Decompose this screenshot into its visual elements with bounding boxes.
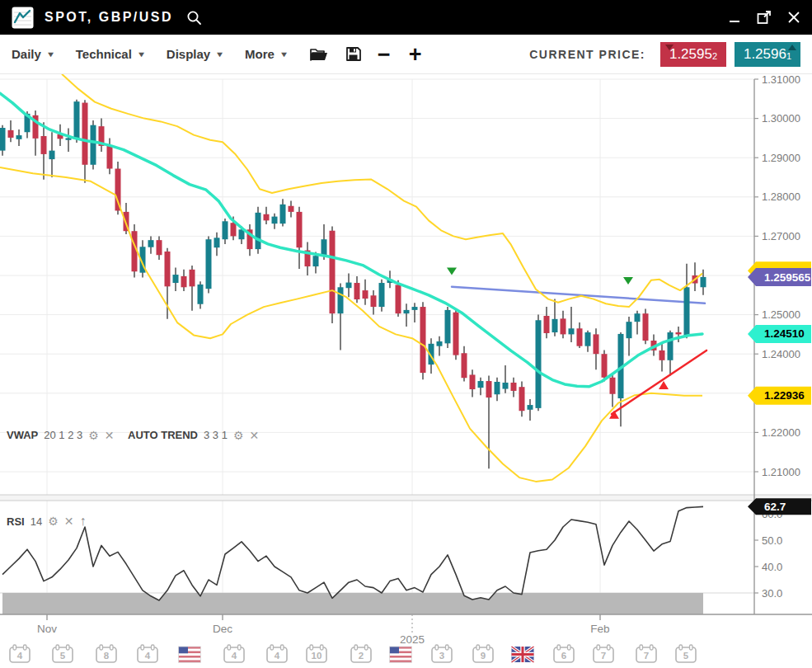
current-price-label: CURRENT PRICE: xyxy=(529,48,645,61)
chevron-down-icon: ▼ xyxy=(279,50,289,59)
rsi-params: 14 xyxy=(31,515,42,528)
price-axis-tick-label: 1.25000 xyxy=(762,308,800,321)
event-calendar-row[interactable]: 458444102396775 xyxy=(10,645,696,662)
calendar-event-icon[interactable]: 5 xyxy=(53,645,73,662)
svg-text:3: 3 xyxy=(439,651,444,661)
rsi-panel xyxy=(2,506,703,619)
chevron-down-icon: ▼ xyxy=(215,50,225,59)
rsi-axis-tick-label: 40.0 xyxy=(762,561,782,573)
gear-icon[interactable]: ⚙ xyxy=(88,430,99,441)
trend-line-resistance[interactable] xyxy=(452,287,705,303)
rsi-axis-tick-label: 50.0 xyxy=(762,534,782,547)
us-flag-icon[interactable] xyxy=(390,647,412,662)
search-icon[interactable] xyxy=(186,10,202,26)
upper-band-line xyxy=(62,74,702,307)
price-axis-tick-label: 1.21000 xyxy=(762,466,800,478)
calendar-event-icon[interactable]: 5 xyxy=(676,645,696,662)
bid-price-subdigit: 2 xyxy=(712,51,717,61)
svg-text:5: 5 xyxy=(60,651,66,661)
vwap-indicator-row: VWAP 20 1 2 3 ⚙ ✕ xyxy=(7,429,115,441)
svg-text:6: 6 xyxy=(561,651,566,661)
chevron-down-icon: ▼ xyxy=(137,50,147,59)
ask-price-badge: 1.25961 xyxy=(735,42,800,67)
remove-indicator-icon[interactable]: ✕ xyxy=(105,430,115,441)
auto-trend-params: 3 3 1 xyxy=(204,429,228,441)
menu-more-label: More xyxy=(245,47,275,61)
remove-indicator-icon[interactable]: ✕ xyxy=(64,515,74,527)
calendar-event-icon[interactable]: 3 xyxy=(432,645,452,662)
auto-trend-resistance[interactable] xyxy=(452,287,705,303)
sell-marker-icon xyxy=(623,277,633,285)
calendar-event-icon[interactable]: 9 xyxy=(473,645,493,662)
menu-technical-label: Technical xyxy=(76,47,132,61)
svg-text:2: 2 xyxy=(359,651,364,661)
svg-text:8: 8 xyxy=(104,651,110,661)
price-axis-tick-label: 1.22000 xyxy=(762,426,800,439)
rsi-label: RSI xyxy=(7,515,25,528)
auto-trend-indicator-row: AUTO TREND 3 3 1 ⚙ ✕ xyxy=(128,429,259,441)
open-folder-icon[interactable] xyxy=(309,46,329,62)
gear-icon[interactable]: ⚙ xyxy=(48,515,59,527)
calendar-event-icon[interactable]: 4 xyxy=(224,645,244,662)
menu-technical[interactable]: Technical ▼ xyxy=(76,47,145,61)
calendar-event-icon[interactable]: 10 xyxy=(307,645,326,662)
svg-text:7: 7 xyxy=(601,651,606,661)
chevron-down-icon: ▼ xyxy=(46,50,56,59)
axis-price-badge-value: 62.7 xyxy=(764,501,786,513)
vwap-params: 20 1 2 3 xyxy=(44,429,82,441)
svg-text:4: 4 xyxy=(232,651,237,661)
menu-daily[interactable]: Daily ▼ xyxy=(12,47,54,61)
app-logo-icon xyxy=(12,7,34,29)
price-axis-tick-label: 1.29000 xyxy=(762,152,800,164)
auto-trend-label: AUTO TREND xyxy=(128,429,198,441)
price-axis-tick-label: 1.24000 xyxy=(762,348,800,360)
trade-markers xyxy=(447,268,669,419)
popout-icon[interactable] xyxy=(757,11,772,25)
panel-dividers xyxy=(0,495,812,501)
calendar-event-icon[interactable]: 7 xyxy=(636,645,656,662)
month-axis-label: Dec xyxy=(213,623,232,635)
zoom-in-button[interactable]: + xyxy=(409,46,422,63)
calendar-event-icon[interactable]: 6 xyxy=(554,645,574,662)
rsi-indicator-row: RSI 14 ⚙ ✕ ↑ xyxy=(7,515,86,528)
price-up-arrow-icon xyxy=(788,45,796,50)
calendar-event-icon[interactable]: 4 xyxy=(138,645,157,662)
save-icon[interactable] xyxy=(345,46,361,62)
price-chart-canvas[interactable]: 1.310001.300001.290001.280001.270001.260… xyxy=(0,74,812,668)
toolbar: Daily ▼ Technical ▼ Display ▼ More ▼ xyxy=(0,35,812,74)
axes: 1.310001.300001.290001.280001.270001.260… xyxy=(0,74,812,646)
vwap-bands xyxy=(0,74,702,482)
axis-price-badge-value: 1.24510 xyxy=(764,327,805,340)
remove-indicator-icon[interactable]: ✕ xyxy=(249,430,259,441)
ask-price-subdigit: 1 xyxy=(786,51,791,61)
menu-display[interactable]: Display ▼ xyxy=(167,47,223,61)
price-axis-tick-label: 1.27000 xyxy=(762,230,800,242)
calendar-event-icon[interactable]: 4 xyxy=(267,645,287,662)
svg-text:4: 4 xyxy=(275,651,280,661)
svg-text:5: 5 xyxy=(683,651,689,661)
zoom-out-button[interactable]: − xyxy=(378,46,391,63)
current-price-group: CURRENT PRICE: 1.25952 1.25961 xyxy=(529,42,800,67)
gear-icon[interactable]: ⚙ xyxy=(233,430,244,441)
calendar-event-icon[interactable]: 8 xyxy=(96,645,116,662)
menu-more[interactable]: More ▼ xyxy=(245,47,288,61)
month-axis-label: Nov xyxy=(37,623,57,635)
axis-price-badge-value: 1.259565 xyxy=(764,271,811,284)
svg-text:7: 7 xyxy=(644,651,649,661)
month-axis-label: Feb xyxy=(590,623,609,635)
calendar-event-icon[interactable]: 4 xyxy=(10,645,30,662)
close-icon[interactable] xyxy=(787,11,800,24)
move-indicator-up-icon[interactable]: ↑ xyxy=(79,515,86,528)
axis-price-badge-value: 1.22936 xyxy=(764,389,805,402)
minimize-icon[interactable] xyxy=(729,11,742,24)
svg-text:10: 10 xyxy=(312,651,322,661)
uk-flag-icon[interactable] xyxy=(512,647,534,662)
bid-price-badge: 1.25952 xyxy=(660,42,726,67)
chart-area: 1.310001.300001.290001.280001.270001.260… xyxy=(0,74,812,668)
calendar-event-icon[interactable]: 2 xyxy=(351,645,371,662)
rsi-oversold-fill xyxy=(2,506,703,619)
us-flag-icon[interactable] xyxy=(179,647,201,662)
calendar-event-icon[interactable]: 7 xyxy=(594,645,613,662)
price-axis-tick-label: 1.30000 xyxy=(762,112,800,125)
sell-marker-icon xyxy=(447,268,457,275)
